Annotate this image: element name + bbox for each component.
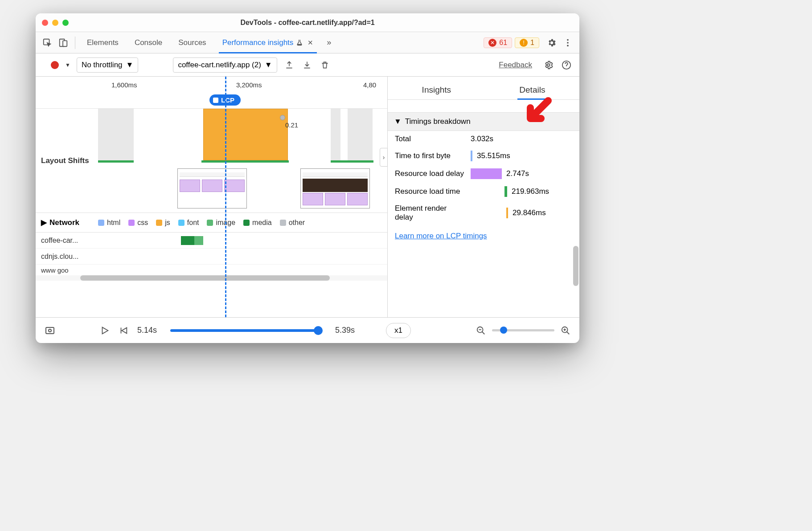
play-icon[interactable] bbox=[100, 326, 110, 335]
inspect-element-icon[interactable] bbox=[39, 35, 55, 51]
total-time: 5.39s bbox=[335, 326, 355, 335]
network-row-name: cdnjs.clou... bbox=[36, 253, 98, 261]
beaker-icon bbox=[296, 39, 303, 46]
lcp-marker[interactable]: LCP bbox=[209, 94, 241, 106]
network-row[interactable]: coffee-car... bbox=[36, 233, 387, 249]
cls-dot[interactable] bbox=[280, 115, 285, 120]
close-tab-icon[interactable]: ✕ bbox=[308, 39, 313, 47]
playback-speed-chip[interactable]: x1 bbox=[386, 323, 411, 338]
warning-square-icon: ! bbox=[520, 39, 528, 47]
feedback-link[interactable]: Feedback bbox=[499, 61, 532, 69]
settings-icon[interactable] bbox=[544, 35, 560, 51]
swatch-image bbox=[207, 220, 213, 226]
warnings-badge[interactable]: ! 1 bbox=[515, 37, 539, 48]
network-label[interactable]: ▶ Network bbox=[36, 218, 98, 227]
zoom-in-icon[interactable] bbox=[561, 326, 570, 335]
device-toolbar-icon[interactable] bbox=[55, 35, 71, 51]
export-icon[interactable] bbox=[283, 59, 295, 71]
record-dropdown-icon[interactable]: ▼ bbox=[65, 62, 70, 68]
tab-elements[interactable]: Elements bbox=[79, 32, 127, 53]
error-circle-icon: ✕ bbox=[488, 39, 496, 47]
page-value: coffee-cart.netlify.app (2) bbox=[178, 61, 261, 69]
warnings-count: 1 bbox=[530, 39, 534, 47]
close-window-button[interactable] bbox=[42, 20, 48, 26]
tab-console[interactable]: Console bbox=[127, 32, 170, 53]
tab-insights[interactable]: Insights bbox=[413, 85, 460, 99]
zoom-slider[interactable] bbox=[492, 329, 554, 331]
bar-erd bbox=[506, 208, 508, 218]
grey-range bbox=[98, 109, 134, 162]
swatch-media bbox=[243, 220, 250, 226]
playback-slider[interactable] bbox=[170, 329, 322, 332]
screenshot-thumb[interactable] bbox=[177, 168, 247, 208]
caret-down-icon: ▼ bbox=[394, 117, 402, 126]
ls-bar bbox=[331, 160, 373, 163]
recording-toolbar: ▼ No throttling ▼ coffee-cart.netlify.ap… bbox=[36, 53, 579, 77]
timing-row-element-render-delay: Element render delay 29.846ms bbox=[388, 200, 579, 225]
throttling-select[interactable]: No throttling ▼ bbox=[77, 57, 139, 73]
tab-label: Performance insights bbox=[222, 38, 294, 47]
window-title: DevTools - coffee-cart.netlify.app/?ad=1 bbox=[36, 19, 579, 27]
page-select[interactable]: coffee-cart.netlify.app (2) ▼ bbox=[173, 57, 277, 73]
swatch-html bbox=[98, 220, 104, 226]
bar-rlt bbox=[504, 186, 507, 197]
zoom-controls bbox=[476, 326, 570, 335]
zoom-window-button[interactable] bbox=[62, 20, 69, 26]
cls-value: 0.21 bbox=[285, 121, 298, 129]
throttling-value: No throttling bbox=[82, 61, 123, 69]
help-icon[interactable] bbox=[561, 59, 572, 71]
bar-ttfb bbox=[471, 151, 472, 161]
track-label: Layout Shifts bbox=[36, 109, 98, 212]
devtools-window: DevTools - coffee-cart.netlify.app/?ad=1… bbox=[36, 13, 579, 343]
delete-icon[interactable] bbox=[319, 59, 331, 71]
panel-settings-icon[interactable] bbox=[543, 59, 554, 71]
request-bar[interactable] bbox=[181, 236, 194, 245]
tab-performance-insights[interactable]: Performance insights ✕ bbox=[214, 32, 322, 53]
timing-row-resource-load-time: Resource load time 219.963ms bbox=[388, 183, 579, 200]
grey-range bbox=[331, 109, 340, 160]
more-tabs-icon[interactable]: » bbox=[321, 38, 336, 47]
errors-badge[interactable]: ✕ 61 bbox=[484, 37, 512, 48]
svg-point-6 bbox=[547, 64, 550, 66]
timing-row-total: Total 3.032s bbox=[388, 131, 579, 147]
zoom-out-icon[interactable] bbox=[476, 326, 486, 335]
import-icon[interactable] bbox=[301, 59, 313, 71]
request-bar[interactable] bbox=[194, 236, 203, 245]
content-area: › 1,600ms 3,200ms 4,80 LCP Layout Shifts bbox=[36, 77, 579, 317]
svg-point-5 bbox=[567, 45, 569, 46]
errors-count: 61 bbox=[499, 39, 507, 47]
network-legend: html css js font image media other bbox=[98, 219, 305, 227]
chevron-down-icon: ▼ bbox=[265, 61, 272, 69]
swatch-css bbox=[128, 220, 135, 226]
timeline-panel: › 1,600ms 3,200ms 4,80 LCP Layout Shifts bbox=[36, 77, 388, 317]
vertical-scrollbar[interactable] bbox=[573, 130, 578, 313]
network-row-name: coffee-car... bbox=[36, 237, 98, 245]
skip-back-icon[interactable] bbox=[119, 326, 128, 335]
network-row[interactable]: www goo bbox=[36, 265, 387, 275]
svg-point-9 bbox=[49, 329, 51, 332]
tab-sources[interactable]: Sources bbox=[170, 32, 214, 53]
record-button[interactable] bbox=[51, 61, 59, 69]
screenshot-thumb[interactable] bbox=[300, 168, 370, 208]
network-rows: coffee-car... cdnjs.clou... www goo bbox=[36, 233, 387, 275]
network-row[interactable]: cdnjs.clou... bbox=[36, 249, 387, 265]
ls-bar bbox=[98, 160, 134, 163]
minimize-window-button[interactable] bbox=[52, 20, 58, 26]
preview-icon[interactable] bbox=[45, 325, 55, 336]
horizontal-scrollbar[interactable] bbox=[36, 275, 387, 281]
devtools-tabbar: Elements Console Sources Performance ins… bbox=[36, 32, 579, 53]
time-ruler[interactable]: 1,600ms 3,200ms 4,80 LCP bbox=[36, 77, 387, 109]
ls-bar bbox=[201, 160, 289, 163]
kebab-menu-icon[interactable] bbox=[560, 35, 576, 51]
cls-block[interactable] bbox=[203, 109, 288, 160]
svg-rect-2 bbox=[63, 41, 67, 46]
traffic-lights bbox=[42, 20, 69, 26]
ruler-tick: 3,200ms bbox=[236, 81, 262, 89]
playback-footer: 5.14s 5.39s x1 bbox=[36, 317, 579, 343]
timing-row-resource-load-delay: Resource load delay 2.747s bbox=[388, 165, 579, 183]
layout-shifts-track: Layout Shifts 0.21 bbox=[36, 109, 387, 213]
collapse-sidebar-icon[interactable]: › bbox=[380, 148, 388, 167]
learn-more-link[interactable]: Learn more on LCP timings bbox=[388, 225, 579, 247]
swatch-js bbox=[156, 220, 162, 226]
grey-range bbox=[348, 109, 373, 160]
